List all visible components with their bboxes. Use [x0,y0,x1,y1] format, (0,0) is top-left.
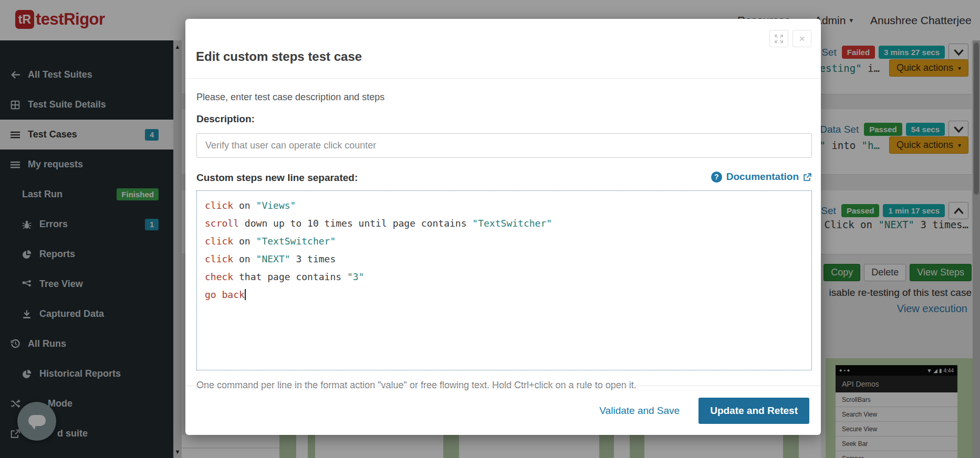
close-icon: × [799,33,805,45]
text-cursor [245,289,246,300]
documentation-link[interactable]: ? Documentation [711,171,812,183]
edit-test-case-modal: Edit custom steps test case × Please, en… [185,19,821,435]
help-icon: ? [711,172,722,183]
expand-icon [775,35,783,43]
test-step-line: scroll down up to 10 times until page co… [205,215,804,232]
code-token: "TextSwitcher" [256,236,336,247]
code-token: click [205,200,233,211]
close-button[interactable]: × [793,30,811,47]
code-token: click [205,253,233,264]
code-token: that page contains [233,271,347,282]
code-token: "NEXT" [256,253,290,264]
code-token: "Views" [256,200,296,211]
modal-title: Edit custom steps test case [196,49,362,64]
description-label: Description: [196,113,255,125]
code-token: check [205,271,233,282]
code-token: click [205,236,233,247]
modal-footer: Validate and Save Update and Retest [185,386,821,435]
code-token: on [233,200,256,211]
code-token: "3" [347,271,364,282]
code-token: go back [205,289,245,300]
update-and-retest-button[interactable]: Update and Retest [698,398,809,424]
code-token: 3 times [290,253,336,264]
test-step-line: click on "TextSwitcher" [205,232,804,250]
code-token: on [233,236,256,247]
expand-button[interactable] [769,30,788,47]
custom-steps-textarea[interactable]: click on "Views"scroll down up to 10 tim… [196,190,812,370]
description-input[interactable] [196,133,812,158]
code-token: down up to 10 times until page contains [239,218,472,229]
test-step-line: click on "Views" [205,197,804,215]
steps-label: Custom steps new line separated: [196,172,358,184]
test-step-line: go back [205,286,804,304]
screen: tR testRigor Resources▾Admin▾Anushree Ch… [0,0,980,458]
test-step-line: check that page contains "3" [205,268,804,286]
modal-subtitle: Please, enter test case description and … [196,92,384,103]
code-token: on [233,253,256,264]
modal-header-divider [185,78,821,79]
test-step-line: click on "NEXT" 3 times [205,250,804,268]
code-token: scroll [205,218,239,229]
external-link-icon [803,173,812,182]
validate-and-save-button[interactable]: Validate and Save [599,405,680,417]
code-token: "TextSwitcher" [472,218,552,229]
